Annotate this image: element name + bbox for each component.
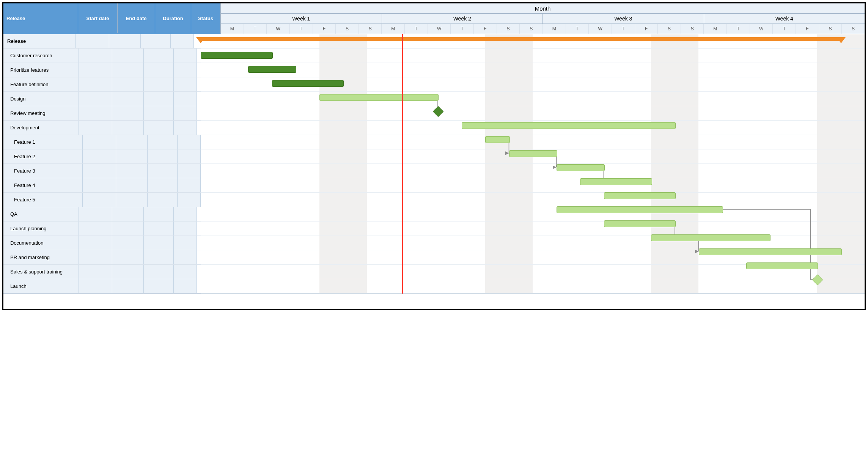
task-cell[interactable] xyxy=(174,92,197,106)
task-cell[interactable] xyxy=(112,63,144,77)
task-cell[interactable] xyxy=(174,207,197,221)
task-name[interactable]: Release xyxy=(3,34,76,48)
task-cell[interactable] xyxy=(174,106,197,120)
task-cell[interactable] xyxy=(79,106,112,120)
task-cell[interactable] xyxy=(79,236,112,250)
gantt-bar[interactable] xyxy=(651,234,771,241)
gantt-bar[interactable] xyxy=(485,136,510,143)
task-cell[interactable] xyxy=(79,121,112,135)
task-cell[interactable] xyxy=(83,164,116,178)
task-cell[interactable] xyxy=(112,92,144,106)
task-cell[interactable] xyxy=(178,178,201,192)
task-name[interactable]: Feature definition xyxy=(3,77,79,91)
task-cell[interactable] xyxy=(174,121,197,135)
task-cell[interactable] xyxy=(178,164,201,178)
task-cell[interactable] xyxy=(174,63,197,77)
task-name[interactable]: Development xyxy=(3,121,79,135)
task-cell[interactable] xyxy=(112,49,144,63)
task-cell[interactable] xyxy=(174,279,197,293)
task-cell[interactable] xyxy=(112,250,144,264)
task-cell[interactable] xyxy=(79,49,112,63)
gantt-bar[interactable] xyxy=(201,52,273,59)
task-cell[interactable] xyxy=(79,222,112,236)
task-cell[interactable] xyxy=(76,34,109,48)
gantt-bar[interactable] xyxy=(604,192,676,199)
gantt-bar[interactable] xyxy=(557,206,723,213)
task-cell[interactable] xyxy=(148,135,178,149)
task-cell[interactable] xyxy=(144,207,174,221)
task-cell[interactable] xyxy=(144,92,174,106)
task-cell[interactable] xyxy=(148,149,178,163)
task-cell[interactable] xyxy=(148,178,178,192)
gantt-bar[interactable] xyxy=(557,164,605,171)
task-name[interactable]: Feature 4 xyxy=(3,178,83,192)
task-cell[interactable] xyxy=(174,77,197,91)
task-cell[interactable] xyxy=(174,236,197,250)
task-cell[interactable] xyxy=(148,193,178,207)
task-cell[interactable] xyxy=(116,178,148,192)
task-cell[interactable] xyxy=(144,236,174,250)
task-name[interactable]: Launch xyxy=(3,279,79,293)
task-cell[interactable] xyxy=(178,193,201,207)
task-cell[interactable] xyxy=(174,265,197,279)
task-cell[interactable] xyxy=(79,63,112,77)
task-cell[interactable] xyxy=(112,265,144,279)
gantt-bar[interactable] xyxy=(248,66,296,73)
task-name[interactable]: Sales & support training xyxy=(3,265,79,279)
task-name[interactable]: Review meeting xyxy=(3,106,79,120)
task-cell[interactable] xyxy=(174,49,197,63)
task-cell[interactable] xyxy=(79,77,112,91)
task-cell[interactable] xyxy=(144,106,174,120)
task-cell[interactable] xyxy=(171,34,194,48)
task-cell[interactable] xyxy=(112,106,144,120)
gantt-bar[interactable] xyxy=(272,80,344,87)
task-cell[interactable] xyxy=(144,279,174,293)
task-cell[interactable] xyxy=(79,279,112,293)
task-cell[interactable] xyxy=(112,279,144,293)
task-cell[interactable] xyxy=(79,265,112,279)
gantt-bar[interactable] xyxy=(319,94,439,101)
task-name[interactable]: Feature 5 xyxy=(3,193,83,207)
task-cell[interactable] xyxy=(116,149,148,163)
task-cell[interactable] xyxy=(144,222,174,236)
task-cell[interactable] xyxy=(178,135,201,149)
task-cell[interactable] xyxy=(79,92,112,106)
task-cell[interactable] xyxy=(178,149,201,163)
task-name[interactable]: Documentation xyxy=(3,236,79,250)
task-cell[interactable] xyxy=(174,222,197,236)
task-name[interactable]: PR and marketing xyxy=(3,250,79,264)
task-cell[interactable] xyxy=(109,34,141,48)
task-cell[interactable] xyxy=(141,34,171,48)
task-cell[interactable] xyxy=(148,164,178,178)
gantt-bar[interactable] xyxy=(580,178,652,185)
task-name[interactable]: Launch planning xyxy=(3,222,79,236)
task-cell[interactable] xyxy=(144,121,174,135)
task-cell[interactable] xyxy=(112,222,144,236)
task-cell[interactable] xyxy=(144,265,174,279)
task-name[interactable]: QA xyxy=(3,207,79,221)
task-cell[interactable] xyxy=(116,193,148,207)
gantt-bar[interactable] xyxy=(604,220,676,227)
task-cell[interactable] xyxy=(112,236,144,250)
gantt-bar[interactable] xyxy=(509,150,557,157)
task-cell[interactable] xyxy=(174,250,197,264)
gantt-chart-area[interactable] xyxy=(201,34,865,294)
task-cell[interactable] xyxy=(112,207,144,221)
task-cell[interactable] xyxy=(112,121,144,135)
task-cell[interactable] xyxy=(116,135,148,149)
task-cell[interactable] xyxy=(144,250,174,264)
summary-bar[interactable] xyxy=(201,37,841,41)
gantt-bar[interactable] xyxy=(699,248,842,255)
task-cell[interactable] xyxy=(144,49,174,63)
task-cell[interactable] xyxy=(83,135,116,149)
task-cell[interactable] xyxy=(144,63,174,77)
task-cell[interactable] xyxy=(83,193,116,207)
task-name[interactable]: Prioritize features xyxy=(3,63,79,77)
task-cell[interactable] xyxy=(79,250,112,264)
gantt-bar[interactable] xyxy=(746,262,818,269)
task-cell[interactable] xyxy=(144,77,174,91)
gantt-bar[interactable] xyxy=(462,122,676,129)
task-name[interactable]: Feature 2 xyxy=(3,149,83,163)
task-cell[interactable] xyxy=(112,77,144,91)
task-cell[interactable] xyxy=(116,164,148,178)
